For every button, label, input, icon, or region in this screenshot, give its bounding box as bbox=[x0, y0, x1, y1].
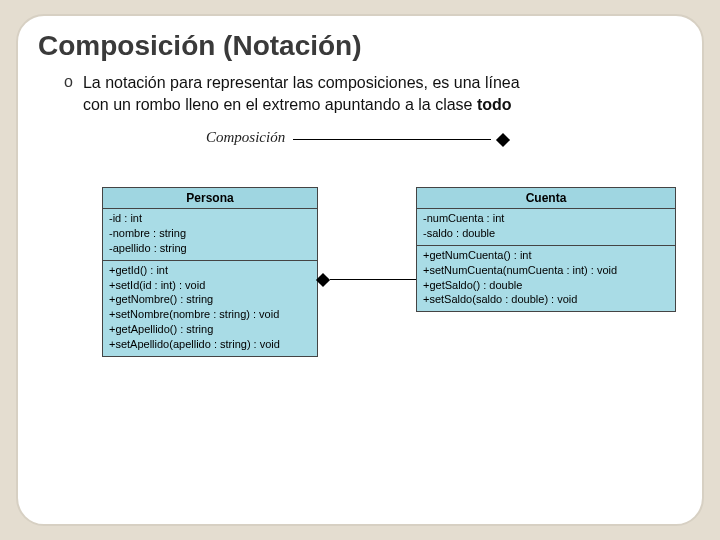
uml-attr-row: -id : int bbox=[109, 211, 311, 226]
uml-op-row: +getNombre() : string bbox=[109, 292, 311, 307]
filled-diamond-icon bbox=[316, 273, 330, 287]
bullet-line-2b: todo bbox=[477, 96, 512, 113]
uml-class-name: Cuenta bbox=[417, 188, 675, 209]
slide-card: Composición (Notación) o La notación par… bbox=[16, 14, 704, 526]
uml-op-row: +getNumCuenta() : int bbox=[423, 248, 669, 263]
uml-op-row: +setNumCuenta(numCuenta : int) : void bbox=[423, 263, 669, 278]
composition-connector bbox=[318, 273, 416, 287]
uml-class-name: Persona bbox=[103, 188, 317, 209]
uml-op-row: +setId(id : int) : void bbox=[109, 278, 311, 293]
uml-attr-row: -apellido : string bbox=[109, 241, 311, 256]
bullet-marker: o bbox=[64, 72, 73, 93]
slide-title: Composición (Notación) bbox=[38, 30, 682, 62]
uml-attr-row: -saldo : double bbox=[423, 226, 669, 241]
uml-class-cuenta: Cuenta -numCuenta : int -saldo : double … bbox=[416, 187, 676, 312]
uml-attr-row: -numCuenta : int bbox=[423, 211, 669, 226]
uml-op-row: +setApellido(apellido : string) : void bbox=[109, 337, 311, 352]
uml-operations: +getId() : int +setId(id : int) : void +… bbox=[103, 261, 317, 356]
uml-op-row: +getId() : int bbox=[109, 263, 311, 278]
bullet-line-1: La notación para representar las composi… bbox=[83, 74, 520, 91]
composition-legend-label: Composición bbox=[206, 129, 285, 146]
composition-legend-line bbox=[293, 133, 508, 147]
uml-op-row: +getSaldo() : double bbox=[423, 278, 669, 293]
bullet-text: La notación para representar las composi… bbox=[83, 72, 520, 115]
filled-diamond-icon bbox=[496, 133, 510, 147]
uml-attributes: -id : int -nombre : string -apellido : s… bbox=[103, 209, 317, 261]
uml-attr-row: -nombre : string bbox=[109, 226, 311, 241]
uml-attributes: -numCuenta : int -saldo : double bbox=[417, 209, 675, 246]
uml-diagram: Composición Persona -id : int -nombre : … bbox=[38, 123, 682, 483]
connector-line bbox=[330, 279, 416, 280]
bullet-item: o La notación para representar las compo… bbox=[64, 72, 682, 115]
uml-class-persona: Persona -id : int -nombre : string -apel… bbox=[102, 187, 318, 357]
uml-operations: +getNumCuenta() : int +setNumCuenta(numC… bbox=[417, 246, 675, 311]
uml-op-row: +getApellido() : string bbox=[109, 322, 311, 337]
uml-op-row: +setSaldo(saldo : double) : void bbox=[423, 292, 669, 307]
uml-op-row: +setNombre(nombre : string) : void bbox=[109, 307, 311, 322]
legend-line bbox=[293, 139, 491, 140]
bullet-line-2a: con un rombo lleno en el extremo apuntan… bbox=[83, 96, 477, 113]
